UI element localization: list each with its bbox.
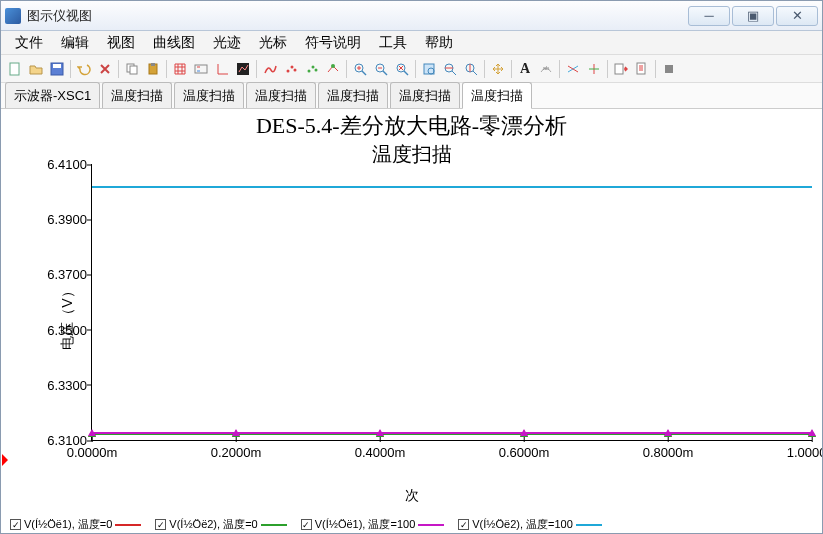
svg-rect-2 xyxy=(53,64,61,68)
menu-item[interactable]: 视图 xyxy=(99,32,143,54)
checkbox-icon[interactable]: ✓ xyxy=(155,519,166,530)
svg-line-32 xyxy=(473,71,477,75)
export-right-icon[interactable] xyxy=(611,59,631,79)
text-icon[interactable]: A xyxy=(515,59,535,79)
x-axis-label: 次 xyxy=(405,487,419,505)
maximize-button[interactable]: ▣ xyxy=(732,6,774,26)
legend-swatch xyxy=(418,524,444,526)
menu-item[interactable]: 工具 xyxy=(371,32,415,54)
tab[interactable]: 温度扫描 xyxy=(102,82,172,108)
zoom-fit-icon[interactable] xyxy=(392,59,412,79)
legend-item[interactable]: ✓V(Í½Öë1), 温度=0 xyxy=(10,517,141,532)
zoom-x-icon[interactable] xyxy=(440,59,460,79)
svg-rect-7 xyxy=(195,65,207,73)
marker-icon xyxy=(232,428,240,436)
y-tick: 6.3500 xyxy=(37,322,87,337)
legend-icon[interactable] xyxy=(191,59,211,79)
x-tick: 0.6000m xyxy=(499,445,550,460)
menu-item[interactable]: 编辑 xyxy=(53,32,97,54)
undo-icon[interactable] xyxy=(74,59,94,79)
legend-label: V(Í½Öë2), 温度=100 xyxy=(472,517,573,532)
line-marker-icon[interactable] xyxy=(323,59,343,79)
svg-line-26 xyxy=(404,71,408,75)
legend-item[interactable]: ✓V(Í½Öë2), 温度=0 xyxy=(155,517,286,532)
scatter-green-icon[interactable] xyxy=(302,59,322,79)
svg-rect-6 xyxy=(151,63,155,66)
export-doc-icon[interactable] xyxy=(632,59,652,79)
tab[interactable]: 温度扫描 xyxy=(390,82,460,108)
tab[interactable]: 温度扫描 xyxy=(318,82,388,108)
legend-item[interactable]: ✓V(Í½Öë2), 温度=100 xyxy=(458,517,602,532)
tab[interactable]: 示波器-XSC1 xyxy=(5,82,100,108)
checkbox-icon[interactable]: ✓ xyxy=(458,519,469,530)
pan-icon[interactable] xyxy=(488,59,508,79)
toolbar: A ab xyxy=(1,55,822,83)
tab[interactable]: 温度扫描 xyxy=(246,82,316,108)
menu-item[interactable]: 曲线图 xyxy=(145,32,203,54)
zoom-rect-icon[interactable] xyxy=(419,59,439,79)
svg-text:ab: ab xyxy=(543,65,550,71)
new-icon[interactable] xyxy=(5,59,25,79)
delete-icon[interactable] xyxy=(95,59,115,79)
line-style-icon[interactable] xyxy=(260,59,280,79)
y-tick: 6.4100 xyxy=(37,157,87,172)
svg-rect-10 xyxy=(237,63,249,75)
svg-line-23 xyxy=(383,71,387,75)
diff-trace-icon[interactable] xyxy=(563,59,583,79)
x-tick: 1.0000m xyxy=(787,445,823,460)
plot-canvas[interactable]: 6.31006.33006.35006.37006.39006.41000.00… xyxy=(91,164,812,441)
legend-item[interactable]: ✓V(Í½Öë1), 温度=100 xyxy=(301,517,445,532)
svg-point-12 xyxy=(291,65,294,68)
axis-icon[interactable] xyxy=(212,59,232,79)
scatter-red-icon[interactable] xyxy=(281,59,301,79)
svg-rect-36 xyxy=(615,64,623,74)
tab[interactable]: 温度扫描 xyxy=(462,82,532,109)
paste-icon[interactable] xyxy=(143,59,163,79)
svg-point-17 xyxy=(331,64,335,68)
zoom-in-icon[interactable] xyxy=(350,59,370,79)
svg-point-11 xyxy=(287,69,290,72)
chart-title: DES-5.4-差分放大电路-零漂分析 xyxy=(1,109,822,141)
menu-item[interactable]: 光迹 xyxy=(205,32,249,54)
series-line[interactable] xyxy=(92,186,812,188)
menu-item[interactable]: 帮助 xyxy=(417,32,461,54)
legend-label: V(Í½Öë1), 温度=0 xyxy=(24,517,112,532)
checkbox-icon[interactable]: ✓ xyxy=(10,519,21,530)
open-icon[interactable] xyxy=(26,59,46,79)
marker-icon xyxy=(88,428,96,436)
menu-item[interactable]: 光标 xyxy=(251,32,295,54)
y-tick: 6.3300 xyxy=(37,377,87,392)
tab[interactable]: 温度扫描 xyxy=(174,82,244,108)
menu-item[interactable]: 文件 xyxy=(7,32,51,54)
svg-point-14 xyxy=(308,69,311,72)
grid-icon[interactable] xyxy=(170,59,190,79)
marker-icon xyxy=(808,428,816,436)
dark-bg-icon[interactable] xyxy=(233,59,253,79)
save-icon[interactable] xyxy=(47,59,67,79)
add-marker-icon[interactable] xyxy=(584,59,604,79)
zoom-y-icon[interactable] xyxy=(461,59,481,79)
cursor-handle-icon[interactable] xyxy=(2,454,8,466)
app-icon xyxy=(5,8,21,24)
checkbox-icon[interactable]: ✓ xyxy=(301,519,312,530)
svg-rect-0 xyxy=(10,63,19,75)
copy-icon[interactable] xyxy=(122,59,142,79)
series-line[interactable] xyxy=(92,432,812,434)
legend: ✓V(Í½Öë1), 温度=0✓V(Í½Öë2), 温度=0✓V(Í½Öë1),… xyxy=(10,517,602,532)
zoom-out-icon[interactable] xyxy=(371,59,391,79)
trace-label-icon[interactable]: ab xyxy=(536,59,556,79)
stop-icon[interactable] xyxy=(659,59,679,79)
minimize-button[interactable]: ─ xyxy=(688,6,730,26)
legend-swatch xyxy=(115,524,141,526)
menu-item[interactable]: 符号说明 xyxy=(297,32,369,54)
svg-point-13 xyxy=(294,68,297,71)
marker-icon xyxy=(376,428,384,436)
x-tick: 0.2000m xyxy=(211,445,262,460)
marker-icon xyxy=(520,428,528,436)
svg-line-19 xyxy=(362,71,366,75)
legend-swatch xyxy=(261,524,287,526)
close-button[interactable]: ✕ xyxy=(776,6,818,26)
window-title: 图示仪视图 xyxy=(27,7,688,25)
y-tick: 6.3900 xyxy=(37,212,87,227)
legend-swatch xyxy=(576,524,602,526)
